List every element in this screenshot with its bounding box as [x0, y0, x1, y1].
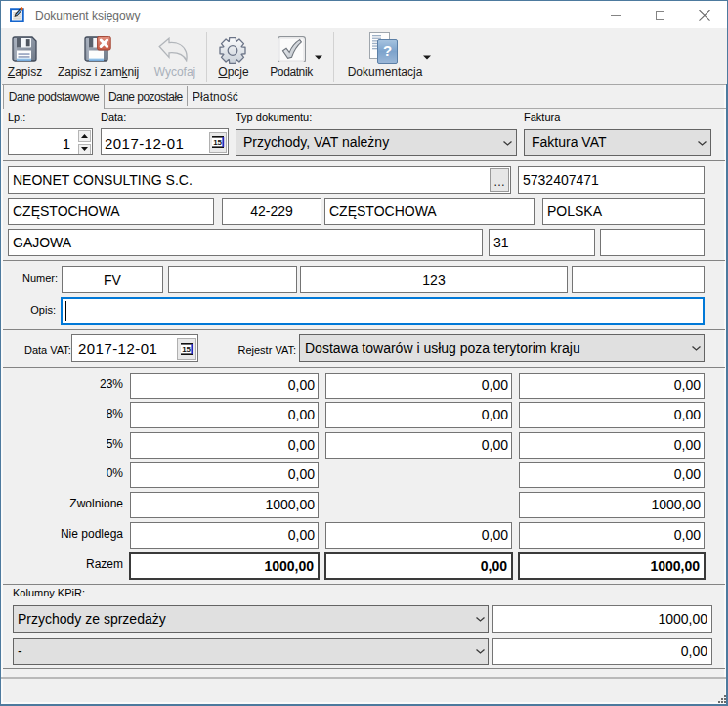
- svg-text:15: 15: [182, 345, 191, 354]
- svg-text:?: ?: [383, 42, 392, 59]
- svg-text:15: 15: [213, 138, 222, 147]
